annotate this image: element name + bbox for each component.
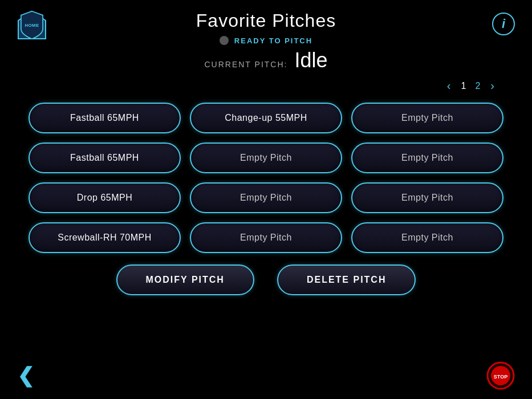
pitch-button-12[interactable]: Empty Pitch	[351, 222, 503, 253]
pitch-button-4[interactable]: Fastball 65MPH	[29, 142, 181, 173]
bottom-nav: ❮ STOP	[17, 361, 515, 390]
pitch-button-7[interactable]: Drop 65MPH	[29, 182, 181, 213]
prev-page-button[interactable]: ‹	[444, 78, 454, 93]
pitch-button-9[interactable]: Empty Pitch	[351, 182, 503, 213]
pitch-button-5[interactable]: Empty Pitch	[190, 142, 342, 173]
info-button[interactable]: i	[492, 13, 515, 35]
pitch-button-11[interactable]: Empty Pitch	[190, 222, 342, 253]
page-2-button[interactable]: 2	[473, 80, 482, 92]
back-button[interactable]: ❮	[17, 364, 34, 388]
current-pitch-label: CURRENT PITCH:	[204, 60, 287, 69]
page-title: Favorite Pitches	[196, 10, 336, 31]
bottom-actions: MODIFY PITCH DELETE PITCH	[0, 264, 532, 295]
pitch-button-6[interactable]: Empty Pitch	[351, 142, 503, 173]
current-pitch-row: CURRENT PITCH: Idle	[0, 48, 532, 72]
pitch-button-1[interactable]: Fastball 65MPH	[29, 103, 181, 133]
pitch-grid: Fastball 65MPHChange-up 55MPHEmpty Pitch…	[0, 103, 532, 253]
stop-button[interactable]: STOP	[486, 361, 515, 390]
current-pitch-value: Idle	[294, 48, 327, 72]
next-page-button[interactable]: ›	[487, 78, 498, 93]
pitch-button-3[interactable]: Empty Pitch	[351, 103, 503, 133]
header: Favorite Pitches i	[0, 0, 532, 36]
pitch-button-8[interactable]: Empty Pitch	[190, 182, 342, 213]
pagination: ‹ 1 2 ›	[0, 78, 532, 93]
status-dot	[220, 36, 229, 45]
status-row: READY TO PITCH	[0, 36, 532, 45]
modify-pitch-button[interactable]: MODIFY PITCH	[116, 264, 254, 295]
svg-text:STOP: STOP	[494, 374, 507, 380]
page-1-button[interactable]: 1	[459, 80, 469, 92]
delete-pitch-button[interactable]: DELETE PITCH	[277, 264, 416, 295]
status-text: READY TO PITCH	[234, 36, 312, 45]
pitch-button-10[interactable]: Screwball-RH 70MPH	[29, 222, 181, 253]
pitch-button-2[interactable]: Change-up 55MPH	[190, 103, 342, 133]
